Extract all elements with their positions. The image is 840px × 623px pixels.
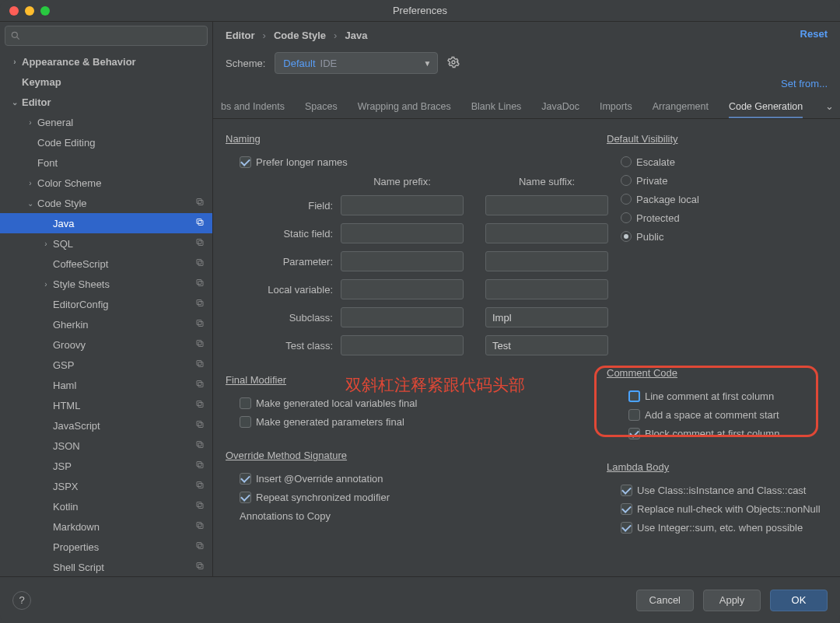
sidebar-item[interactable]: HTML [0,395,212,415]
radio-option[interactable]: Public [607,227,840,246]
sidebar-item[interactable]: JSON [0,436,212,456]
sidebar-item[interactable]: Keymap [0,72,212,92]
sidebar-item[interactable]: CoffeeScript [0,254,212,274]
svg-rect-3 [197,199,201,204]
svg-rect-29 [197,462,201,467]
sidebar-item[interactable]: GSP [0,355,212,375]
suffix-input[interactable] [485,279,608,299]
prefix-input[interactable] [341,195,464,215]
tab[interactable]: bs and Indents [221,101,285,118]
sidebar-item[interactable]: Markdown [0,516,212,537]
ok-button[interactable]: OK [770,590,828,611]
scope-icon [195,460,205,472]
svg-point-40 [452,61,455,64]
minimize-window-button[interactable] [25,6,34,16]
gear-icon[interactable] [447,56,460,71]
tab[interactable]: Spaces [305,101,338,118]
checkbox-option[interactable]: Make generated local variables final [226,394,607,412]
suffix-input[interactable] [485,251,608,271]
sidebar-item-label: JSPX [53,481,79,492]
checkbox-option[interactable]: Make generated parameters final [226,412,607,431]
tab[interactable]: Arrangement [653,101,709,118]
breadcrumb-item[interactable]: Editor [226,30,255,41]
svg-rect-9 [197,260,201,264]
suffix-input[interactable] [485,195,608,215]
sidebar-item[interactable]: ⌄Code Style [0,193,212,213]
sidebar-item[interactable]: ›Color Scheme [0,173,212,193]
tab[interactable]: Code Generation [729,101,803,118]
field-label: Test class: [285,340,341,352]
prefix-input[interactable] [341,279,464,299]
sidebar-item[interactable]: ⌄Editor [0,92,212,112]
sidebar-item[interactable]: Gherkin [0,314,212,334]
sidebar-item[interactable]: Properties [0,537,212,557]
breadcrumb-item[interactable]: Code Style [274,30,326,41]
sidebar-item[interactable]: JavaScript [0,415,212,436]
svg-line-1 [16,37,19,39]
svg-rect-37 [197,543,201,548]
sidebar-item-label: Color Scheme [37,177,101,189]
apply-button[interactable]: Apply [703,590,761,611]
suffix-input[interactable]: Impl [485,307,608,327]
prefix-input[interactable] [341,335,464,355]
checkbox-label: Replace null-check with Objects::nonNull [637,503,821,515]
sidebar-item[interactable]: Kotlin [0,496,212,516]
checkbox-prefer-longer-names[interactable]: Prefer longer names [226,152,607,171]
scope-icon [195,218,205,229]
tabs-overflow-icon[interactable]: ⌄ [825,100,834,112]
titlebar: Preferences [0,0,840,22]
sidebar: ›Appearance & BehaviorKeymap⌄Editor›Gene… [0,22,213,576]
search-input[interactable] [5,26,208,46]
main-panel: Editor › Code Style › Java Reset Scheme:… [213,22,840,576]
sidebar-item[interactable]: Haml [0,375,212,395]
zoom-window-button[interactable] [40,6,50,16]
radio-label: Escalate [636,156,675,168]
tab[interactable]: Blank Lines [471,101,522,118]
sidebar-item[interactable]: ›General [0,112,212,132]
scope-icon [195,521,205,533]
radio-option[interactable]: Protected [607,208,840,227]
sidebar-item[interactable]: Font [0,152,212,173]
help-button[interactable]: ? [12,591,31,610]
sidebar-item[interactable]: Shell Script [0,557,212,576]
settings-tree: ›Appearance & BehaviorKeymap⌄Editor›Gene… [0,50,212,576]
sidebar-item[interactable]: ›Style Sheets [0,274,212,294]
tab[interactable]: Wrapping and Braces [358,101,451,118]
svg-rect-35 [197,523,201,527]
col-header-suffix: Name suffix: [485,176,608,187]
radio-option[interactable]: Private [607,171,840,190]
checkbox-option[interactable]: Repeat synchronized modifier [226,488,607,506]
sidebar-item-label: Properties [53,541,99,553]
prefix-input[interactable] [341,307,464,327]
sidebar-item[interactable]: Java [0,213,212,233]
checkbox-option[interactable]: Replace null-check with Objects::nonNull [607,499,840,518]
scheme-suffix: IDE [320,58,338,69]
radio-option[interactable]: Package local [607,190,840,208]
suffix-input[interactable] [485,223,608,243]
expander-icon: › [26,179,34,187]
suffix-input[interactable]: Test [485,335,608,355]
svg-rect-18 [198,362,203,367]
sidebar-item[interactable]: Groovy [0,334,212,355]
cancel-button[interactable]: Cancel [636,590,694,611]
checkbox-option[interactable]: Insert @Override annotation [226,469,607,488]
scheme-combo[interactable]: Default IDE ▼ [275,52,438,74]
sidebar-item[interactable]: JSPX [0,476,212,496]
tab[interactable]: Imports [600,101,632,118]
sidebar-item[interactable]: Code Editing [0,132,212,152]
scope-icon [195,278,205,290]
sidebar-item[interactable]: ›Appearance & Behavior [0,51,212,72]
close-window-button[interactable] [9,6,19,16]
checkbox-option[interactable]: Use Class::isInstance and Class::cast [607,481,840,499]
sidebar-item[interactable]: JSP [0,456,212,476]
checkbox-option[interactable]: Use Integer::sum, etc. when possible [607,518,840,537]
prefix-input[interactable] [341,251,464,271]
scope-icon [195,198,205,209]
tab[interactable]: JavaDoc [541,101,579,118]
radio-option[interactable]: Escalate [607,152,840,171]
set-from-link[interactable]: Set from... [781,78,828,89]
reset-link[interactable]: Reset [800,28,828,40]
sidebar-item[interactable]: EditorConfig [0,294,212,314]
prefix-input[interactable] [341,223,464,243]
sidebar-item[interactable]: ›SQL [0,233,212,254]
